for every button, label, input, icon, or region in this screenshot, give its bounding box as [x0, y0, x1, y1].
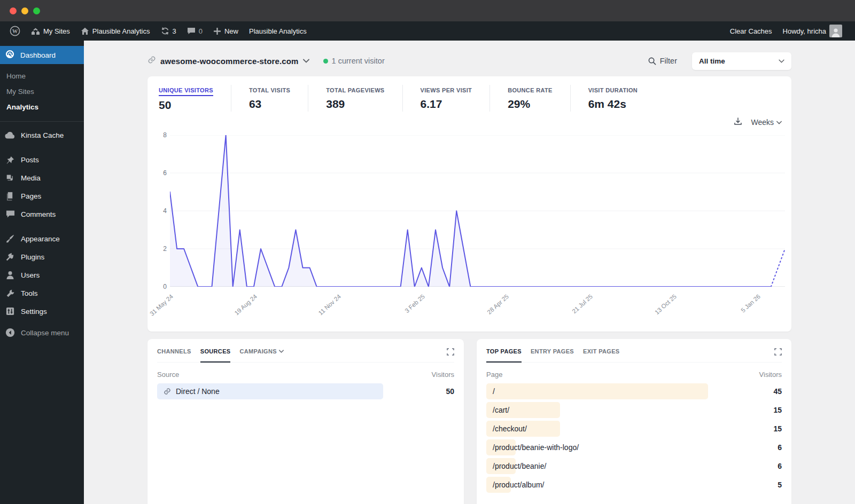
page-row[interactable]: /product/beanie-with-logo/ 6	[486, 439, 782, 455]
window-close-button[interactable]	[10, 7, 17, 14]
page-row[interactable]: /product/beanie/ 6	[486, 458, 782, 474]
page-visitors: 5	[778, 481, 782, 489]
expand-icon[interactable]	[774, 348, 782, 358]
sidebar-item-my-sites[interactable]: My Sites	[0, 84, 84, 99]
comments-menu[interactable]: 0	[182, 21, 208, 41]
current-visitors-label: 1 current visitor	[332, 57, 385, 65]
page-visitors: 15	[773, 424, 782, 433]
tab-sources[interactable]: SOURCES	[200, 348, 231, 363]
online-dot-icon	[323, 59, 328, 64]
stat-total-visits[interactable]: TOTAL VISITS 63	[231, 85, 308, 112]
stat-bounce-rate[interactable]: BOUNCE RATE 29%	[489, 85, 570, 112]
plausible-analytics-label: Plausible Analytics	[249, 27, 307, 35]
tab-label: TOP PAGES	[486, 348, 522, 355]
updates-icon	[161, 27, 169, 35]
tab-entry-pages[interactable]: ENTRY PAGES	[531, 348, 574, 363]
clear-caches-label: Clear Caches	[730, 27, 772, 35]
account-menu[interactable]: Howdy, hricha	[778, 21, 848, 41]
sidebar-item-appearance[interactable]: Appearance	[0, 230, 84, 248]
interval-value: Weeks	[751, 118, 774, 127]
visitors-line-chart[interactable]: 8 6 4 2 0 31 May 24 19 Aug 24 11 Nov 24 …	[158, 135, 785, 325]
cloud-icon	[5, 130, 15, 140]
current-visitors[interactable]: 1 current visitor	[323, 57, 385, 65]
date-range-value: All time	[699, 57, 725, 65]
stat-value: 389	[326, 98, 384, 111]
plugins-label: Plugins	[21, 253, 44, 261]
tab-exit-pages[interactable]: EXIT PAGES	[583, 348, 620, 363]
page-row[interactable]: /cart/ 15	[486, 402, 782, 418]
page-row[interactable]: / 45	[486, 383, 782, 399]
stat-label: TOTAL PAGEVIEWS	[326, 87, 384, 95]
stat-value: 6.17	[421, 98, 472, 111]
updates-count: 3	[173, 27, 176, 35]
home-label: Home	[6, 72, 26, 80]
page-path: /checkout/	[486, 424, 527, 433]
analytics-toolbar: awesome-woocommerce-store.com 1 current …	[147, 41, 791, 70]
x-axis-tick: 11 Nov 24	[317, 293, 342, 316]
sidebar-item-kinsta-cache[interactable]: Kinsta Cache	[0, 126, 84, 144]
sidebar-item-comments[interactable]: Comments	[0, 205, 84, 223]
my-sites-menu[interactable]: My Sites	[26, 21, 75, 41]
howdy-label: Howdy, hricha	[783, 27, 826, 35]
sidebar-item-settings[interactable]: Settings	[0, 302, 84, 320]
clear-caches-button[interactable]: Clear Caches	[725, 21, 778, 41]
page-visitors: 15	[773, 406, 782, 414]
sidebar-item-tools[interactable]: Tools	[0, 284, 84, 302]
window-zoom-button[interactable]	[33, 7, 40, 14]
chart-plot	[170, 135, 785, 287]
site-home-menu[interactable]: Plausible Analytics	[75, 21, 156, 41]
stat-total-pageviews[interactable]: TOTAL PAGEVIEWS 389	[308, 85, 402, 112]
expand-icon[interactable]	[447, 348, 454, 358]
stat-views-per-visit[interactable]: VIEWS PER VISIT 6.17	[402, 85, 490, 112]
window-minimize-button[interactable]	[21, 7, 28, 14]
sidebar-item-home[interactable]: Home	[0, 68, 84, 84]
dashboard-label: Dashboard	[20, 51, 56, 59]
date-range-select[interactable]: All time	[692, 52, 791, 70]
chart-controls: Weeks	[147, 115, 791, 130]
updates-menu[interactable]: 3	[156, 21, 182, 41]
my-sites-label: My Sites	[43, 27, 70, 35]
site-selector[interactable]: awesome-woocommerce-store.com	[147, 56, 309, 66]
sidebar-item-posts[interactable]: Posts	[0, 151, 84, 169]
interval-select[interactable]: Weeks	[751, 118, 782, 127]
visitors-column-header: Visitors	[759, 371, 782, 379]
stats-row: UNIQUE VISITORS 50 TOTAL VISITS 63 TOTAL…	[147, 76, 791, 115]
sources-columns: Source Visitors	[157, 371, 454, 379]
tab-channels[interactable]: CHANNELS	[157, 348, 191, 363]
stat-unique-visitors[interactable]: UNIQUE VISITORS 50	[159, 85, 231, 112]
tab-label: CAMPAIGNS	[239, 348, 276, 355]
x-axis-tick: 31 May 24	[149, 293, 174, 317]
sidebar-item-pages[interactable]: Pages	[0, 187, 84, 205]
stat-value: 29%	[508, 98, 552, 111]
source-row[interactable]: Direct / None 50	[157, 383, 454, 399]
wp-logo-menu[interactable]: W	[4, 21, 26, 41]
pages-tabs: TOP PAGES ENTRY PAGES EXIT PAGES	[486, 348, 782, 363]
x-axis-tick: 3 Feb 25	[403, 293, 426, 314]
sidebar-item-analytics[interactable]: Analytics	[0, 99, 84, 115]
stat-value: 6m 42s	[588, 98, 638, 111]
tab-top-pages[interactable]: TOP PAGES	[486, 348, 522, 363]
page-row[interactable]: /product/album/ 5	[486, 477, 782, 493]
y-axis-tick: 2	[158, 245, 167, 253]
new-content-menu[interactable]: New	[208, 21, 244, 41]
page-path: /product/album/	[486, 481, 545, 489]
sidebar-item-dashboard[interactable]: Dashboard	[0, 46, 84, 64]
comment-bubble-icon	[187, 27, 196, 35]
sidebar-item-users[interactable]: Users	[0, 266, 84, 284]
stat-visit-duration[interactable]: VISIT DURATION 6m 42s	[570, 85, 655, 112]
plausible-analytics-menu[interactable]: Plausible Analytics	[244, 21, 312, 41]
visitors-column-header: Visitors	[432, 371, 454, 379]
collapse-arrow-icon	[5, 327, 15, 338]
collapse-menu-button[interactable]: Collapse menu	[0, 324, 84, 342]
page-row[interactable]: /checkout/ 15	[486, 421, 782, 437]
chevron-down-icon	[303, 59, 309, 63]
y-axis-tick: 8	[158, 131, 167, 139]
sidebar-item-plugins[interactable]: Plugins	[0, 248, 84, 266]
tab-campaigns[interactable]: CAMPAIGNS	[239, 348, 283, 363]
analytics-label: Analytics	[6, 103, 38, 111]
comments-count: 0	[199, 27, 203, 35]
sidebar-item-media[interactable]: Media	[0, 169, 84, 187]
stat-value: 63	[249, 98, 290, 111]
filter-button[interactable]: Filter	[648, 57, 677, 65]
download-icon[interactable]	[734, 117, 742, 128]
